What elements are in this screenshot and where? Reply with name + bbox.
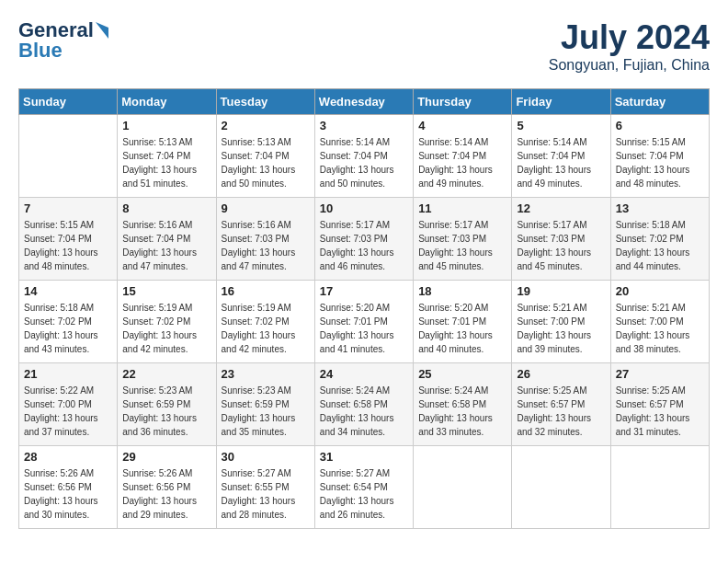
cell-info: Sunrise: 5:23 AMSunset: 6:59 PMDaylight:…: [222, 384, 310, 439]
calendar-cell: 4Sunrise: 5:14 AMSunset: 7:04 PMDaylight…: [414, 115, 512, 198]
day-number: 13: [616, 201, 704, 215]
calendar-cell: 14Sunrise: 5:18 AMSunset: 7:02 PMDayligh…: [19, 281, 118, 363]
cell-info: Sunrise: 5:19 AMSunset: 7:02 PMDaylight:…: [122, 301, 210, 356]
calendar-cell: 22Sunrise: 5:23 AMSunset: 6:59 PMDayligh…: [118, 363, 216, 446]
cell-info: Sunrise: 5:17 AMSunset: 7:03 PMDaylight:…: [320, 218, 408, 273]
calendar-cell: 15Sunrise: 5:19 AMSunset: 7:02 PMDayligh…: [118, 281, 216, 363]
calendar-cell: 13Sunrise: 5:18 AMSunset: 7:02 PMDayligh…: [610, 198, 709, 281]
page-header: General Blue July 2024 Songyuan, Fujian,…: [18, 18, 710, 74]
calendar-cell: 11Sunrise: 5:17 AMSunset: 7:03 PMDayligh…: [414, 198, 512, 281]
day-number: 29: [122, 450, 210, 464]
cell-info: Sunrise: 5:16 AMSunset: 7:03 PMDaylight:…: [222, 218, 310, 273]
calendar-cell: [414, 446, 512, 529]
day-header-friday: Friday: [512, 89, 610, 115]
logo: General Blue: [18, 18, 108, 63]
cell-info: Sunrise: 5:24 AMSunset: 6:58 PMDaylight:…: [418, 384, 506, 439]
cell-info: Sunrise: 5:17 AMSunset: 7:03 PMDaylight:…: [418, 218, 506, 273]
day-number: 5: [517, 119, 605, 132]
day-number: 1: [122, 119, 210, 132]
day-number: 7: [24, 201, 112, 215]
calendar-cell: 6Sunrise: 5:15 AMSunset: 7:04 PMDaylight…: [610, 115, 709, 198]
cell-info: Sunrise: 5:18 AMSunset: 7:02 PMDaylight:…: [24, 301, 112, 356]
cell-info: Sunrise: 5:20 AMSunset: 7:01 PMDaylight:…: [320, 301, 408, 356]
month-title: July 2024: [549, 18, 710, 57]
day-header-wednesday: Wednesday: [314, 89, 413, 115]
calendar-cell: 18Sunrise: 5:20 AMSunset: 7:01 PMDayligh…: [414, 281, 512, 363]
logo-blue: Blue: [18, 39, 63, 63]
week-row-4: 21Sunrise: 5:22 AMSunset: 7:00 PMDayligh…: [19, 363, 710, 446]
calendar-cell: 7Sunrise: 5:15 AMSunset: 7:04 PMDaylight…: [19, 198, 118, 281]
calendar-cell: 8Sunrise: 5:16 AMSunset: 7:04 PMDaylight…: [118, 198, 216, 281]
cell-info: Sunrise: 5:13 AMSunset: 7:04 PMDaylight:…: [122, 135, 210, 190]
calendar-cell: 31Sunrise: 5:27 AMSunset: 6:54 PMDayligh…: [314, 446, 413, 529]
cell-info: Sunrise: 5:15 AMSunset: 7:04 PMDaylight:…: [616, 135, 704, 190]
day-number: 31: [320, 450, 408, 464]
day-number: 30: [222, 450, 310, 464]
cell-info: Sunrise: 5:13 AMSunset: 7:04 PMDaylight:…: [222, 135, 310, 190]
day-number: 22: [122, 367, 210, 381]
cell-info: Sunrise: 5:14 AMSunset: 7:04 PMDaylight:…: [418, 135, 506, 190]
cell-info: Sunrise: 5:21 AMSunset: 7:00 PMDaylight:…: [517, 301, 605, 356]
calendar-cell: 1Sunrise: 5:13 AMSunset: 7:04 PMDaylight…: [118, 115, 216, 198]
calendar-cell: 20Sunrise: 5:21 AMSunset: 7:00 PMDayligh…: [610, 281, 709, 363]
day-number: 20: [616, 284, 704, 298]
cell-info: Sunrise: 5:16 AMSunset: 7:04 PMDaylight:…: [122, 218, 210, 273]
day-header-tuesday: Tuesday: [216, 89, 314, 115]
day-number: 23: [222, 367, 310, 381]
day-number: 11: [418, 201, 506, 215]
cell-info: Sunrise: 5:26 AMSunset: 6:56 PMDaylight:…: [24, 466, 112, 522]
calendar-cell: 29Sunrise: 5:26 AMSunset: 6:56 PMDayligh…: [118, 446, 216, 529]
cell-info: Sunrise: 5:14 AMSunset: 7:04 PMDaylight:…: [517, 135, 605, 190]
cell-info: Sunrise: 5:18 AMSunset: 7:02 PMDaylight:…: [616, 218, 704, 273]
calendar-cell: 17Sunrise: 5:20 AMSunset: 7:01 PMDayligh…: [314, 281, 413, 363]
day-number: 2: [222, 119, 310, 132]
svg-marker-0: [96, 22, 108, 39]
cell-info: Sunrise: 5:17 AMSunset: 7:03 PMDaylight:…: [517, 218, 605, 273]
cell-info: Sunrise: 5:20 AMSunset: 7:01 PMDaylight:…: [418, 301, 506, 356]
cell-info: Sunrise: 5:19 AMSunset: 7:02 PMDaylight:…: [222, 301, 310, 356]
calendar-cell: 24Sunrise: 5:24 AMSunset: 6:58 PMDayligh…: [314, 363, 413, 446]
cell-info: Sunrise: 5:26 AMSunset: 6:56 PMDaylight:…: [122, 466, 210, 522]
week-row-2: 7Sunrise: 5:15 AMSunset: 7:04 PMDaylight…: [19, 198, 710, 281]
cell-info: Sunrise: 5:25 AMSunset: 6:57 PMDaylight:…: [616, 384, 704, 439]
cell-info: Sunrise: 5:15 AMSunset: 7:04 PMDaylight:…: [24, 218, 112, 273]
calendar-cell: 3Sunrise: 5:14 AMSunset: 7:04 PMDaylight…: [314, 115, 413, 198]
calendar-cell: 27Sunrise: 5:25 AMSunset: 6:57 PMDayligh…: [610, 363, 709, 446]
cell-info: Sunrise: 5:23 AMSunset: 6:59 PMDaylight:…: [122, 384, 210, 439]
calendar-cell: 9Sunrise: 5:16 AMSunset: 7:03 PMDaylight…: [216, 198, 314, 281]
cell-info: Sunrise: 5:25 AMSunset: 6:57 PMDaylight:…: [517, 384, 605, 439]
cell-info: Sunrise: 5:21 AMSunset: 7:00 PMDaylight:…: [616, 301, 704, 356]
week-row-1: 1Sunrise: 5:13 AMSunset: 7:04 PMDaylight…: [19, 115, 710, 198]
day-number: 17: [320, 284, 408, 298]
day-number: 9: [222, 201, 310, 215]
cell-info: Sunrise: 5:27 AMSunset: 6:55 PMDaylight:…: [222, 466, 310, 522]
week-row-3: 14Sunrise: 5:18 AMSunset: 7:02 PMDayligh…: [19, 281, 710, 363]
day-number: 14: [24, 284, 112, 298]
title-block: July 2024 Songyuan, Fujian, China: [549, 18, 710, 74]
calendar-table: SundayMondayTuesdayWednesdayThursdayFrid…: [18, 88, 710, 529]
day-number: 21: [24, 367, 112, 381]
day-number: 16: [222, 284, 310, 298]
calendar-cell: 5Sunrise: 5:14 AMSunset: 7:04 PMDaylight…: [512, 115, 610, 198]
cell-info: Sunrise: 5:22 AMSunset: 7:00 PMDaylight:…: [24, 384, 112, 439]
day-number: 6: [616, 119, 704, 132]
cell-info: Sunrise: 5:24 AMSunset: 6:58 PMDaylight:…: [320, 384, 408, 439]
calendar-cell: 12Sunrise: 5:17 AMSunset: 7:03 PMDayligh…: [512, 198, 610, 281]
calendar-cell: [19, 115, 118, 198]
day-number: 10: [320, 201, 408, 215]
calendar-cell: 10Sunrise: 5:17 AMSunset: 7:03 PMDayligh…: [314, 198, 413, 281]
calendar-cell: 25Sunrise: 5:24 AMSunset: 6:58 PMDayligh…: [414, 363, 512, 446]
calendar-cell: 16Sunrise: 5:19 AMSunset: 7:02 PMDayligh…: [216, 281, 314, 363]
logo-icon: [96, 22, 108, 39]
day-number: 27: [616, 367, 704, 381]
day-number: 28: [24, 450, 112, 464]
calendar-cell: 28Sunrise: 5:26 AMSunset: 6:56 PMDayligh…: [19, 446, 118, 529]
day-number: 24: [320, 367, 408, 381]
calendar-cell: 30Sunrise: 5:27 AMSunset: 6:55 PMDayligh…: [216, 446, 314, 529]
calendar-cell: [610, 446, 709, 529]
day-header-monday: Monday: [118, 89, 216, 115]
calendar-cell: [512, 446, 610, 529]
location: Songyuan, Fujian, China: [549, 57, 710, 74]
cell-info: Sunrise: 5:14 AMSunset: 7:04 PMDaylight:…: [320, 135, 408, 190]
day-header-saturday: Saturday: [610, 89, 709, 115]
